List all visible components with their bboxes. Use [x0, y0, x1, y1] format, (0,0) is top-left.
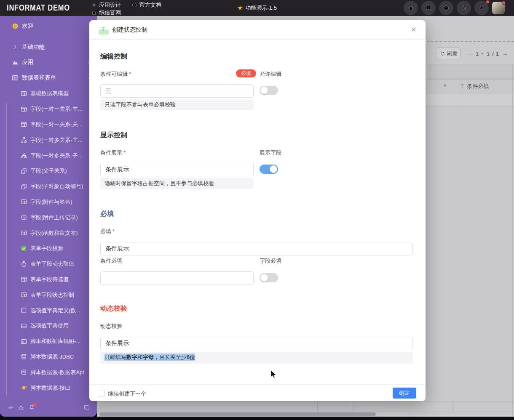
sidebar-subitem[interactable]: 脚本数据源-数据表Api [0, 364, 97, 380]
sidebar-subitem[interactable]: 选项值字典定义(数... [0, 303, 97, 318]
smiley-icon [11, 22, 19, 30]
field-label-dynamic-validation: 动态校验 [100, 322, 122, 330]
gear-icon [91, 2, 97, 8]
panel-icon [20, 322, 27, 330]
feedback-icon [425, 5, 432, 11]
condition-display-input[interactable] [100, 163, 254, 176]
sidebar-subitem-label: 字段(附件与签名) [30, 198, 88, 206]
workspace-switcher[interactable]: ★ 功能演示-1.5 [237, 0, 277, 16]
workspace-title: 功能演示-1.5 [246, 4, 277, 12]
toggle-label-show-field: 展示字段 [260, 149, 281, 157]
dialog-body: 编辑控制 条件可编辑* 必填 允许编辑 只读字段不参与表单必填校验 显示控制 条… [89, 40, 426, 384]
assistant-button[interactable] [457, 1, 471, 15]
mountain-icon [11, 58, 19, 66]
confirm-button[interactable]: 确定 [393, 388, 416, 399]
sidebar-subitem[interactable]: 字段(一对多关系-子... [0, 148, 97, 163]
sidebar-subitem[interactable]: 表单字段待选值 [0, 272, 97, 287]
avatar[interactable] [492, 2, 505, 14]
sidebar-item-apps[interactable]: 应用 [0, 55, 97, 69]
notifications-button[interactable] [474, 1, 489, 15]
sidebar-subitem[interactable]: 脚本数据源-接口 [0, 380, 97, 396]
table-icon [20, 198, 27, 205]
sidebar-subitem-label: 表单字段待选值 [30, 276, 88, 283]
saturn-icon [20, 384, 27, 391]
dynamic-validation-input[interactable] [100, 337, 413, 350]
sidebar-subitem[interactable]: 字段(附件上传记录) [0, 210, 97, 225]
text-type-icon: T [99, 25, 109, 35]
menu-icon[interactable] [8, 404, 14, 411]
refresh-button[interactable]: 刷新 [437, 48, 460, 59]
table-icon [20, 276, 27, 283]
nav-official-site[interactable]: 织信官网 [91, 9, 121, 16]
next-page-arrow[interactable]: → [502, 48, 508, 59]
copy-icon [20, 183, 27, 190]
dialog-title: 创建状态控制 [112, 26, 147, 34]
help-icon [443, 5, 450, 11]
sidebar-item-label: 应用 [22, 58, 33, 66]
table-icon [20, 121, 27, 128]
field-required-toggle[interactable] [260, 273, 278, 282]
collapse-sidebar-icon[interactable] [83, 404, 90, 411]
sidebar-subitem[interactable]: 选项值字典使用 [0, 318, 97, 334]
help-text-dynamic: 只能填写数字和字母，且长度至少6位 [100, 352, 413, 364]
sidebar-submenu: 基础数据表模型 字段(一对一关系-主... 字段(一对一关系-关... 字段(一… [0, 86, 97, 411]
required-badge: 必填 [236, 69, 256, 77]
star-icon: ★ [237, 4, 243, 12]
nav-label: 织信官网 [99, 9, 121, 16]
sidebar-subitem-label: 表单字段状态控制 [30, 291, 88, 299]
sidebar-subitem[interactable]: 字段(子对象自动编号) [0, 179, 97, 194]
help-text-readonly: 只读字段不参与表单必填校验 [100, 99, 254, 110]
sidebar-subitem[interactable]: 字段(一对多关系-主... [0, 132, 97, 148]
sidebar-subitem[interactable]: 表单字段校验 [0, 241, 97, 256]
close-icon[interactable]: × [411, 24, 416, 35]
sidebar-subitem[interactable]: 字段(一对一关系-主... [0, 101, 97, 117]
sidebar-subitem[interactable]: 脚本数据源-JDBC [0, 349, 97, 365]
condition-required-input[interactable] [100, 271, 254, 285]
column-dropdown-caret[interactable]: ▾ [444, 82, 446, 88]
continue-create-label: 继续创建下一个 [108, 390, 146, 398]
sidebar-subitem[interactable]: 基础数据表模型 [0, 86, 97, 101]
sidebar-item-basic-features[interactable]: 基础功能 [0, 40, 97, 54]
bell-icon [478, 5, 485, 11]
sidebar-subitem[interactable]: 表单字段状态控制 [0, 287, 97, 303]
nav-app-design[interactable]: 应用设计 [91, 1, 121, 9]
triangle-icon[interactable] [18, 404, 24, 411]
horizontal-scrollbar[interactable] [99, 412, 376, 416]
sidebar-subitem-label: 字段(子对象自动编号) [30, 183, 88, 190]
robot-icon [460, 5, 467, 11]
required-asterisk: * [112, 228, 115, 234]
sidebar-item-label: 欢迎 [22, 22, 33, 30]
sidebar-subitem[interactable]: 字段(附件与签名) [0, 194, 97, 210]
toggle-label-field-required: 字段必填 [260, 257, 281, 265]
home-button[interactable] [404, 1, 418, 15]
sidebar-subitem-label: 字段(函数和富文本) [30, 229, 88, 237]
show-field-toggle[interactable] [260, 165, 278, 174]
column-header-condition-required[interactable]: ⊤ 条件必填 [460, 82, 489, 90]
feedback-button[interactable] [421, 1, 436, 15]
allow-edit-toggle[interactable] [260, 86, 278, 95]
sidebar-subitem[interactable]: 表单字段动态取值 [0, 256, 97, 272]
prev-page-arrow[interactable]: ← [467, 48, 472, 59]
sidebar-subitem[interactable]: 脚本和数据库视图-... [0, 334, 97, 349]
sidebar-footer [0, 398, 97, 417]
nav-official-docs[interactable]: 官方文档 [131, 1, 161, 9]
required-asterisk: * [123, 149, 126, 156]
sidebar-subitem[interactable]: 字段(父子关系) [0, 163, 97, 179]
check-icon [20, 245, 27, 252]
sidebar-subitem-label: 选项值字典使用 [30, 322, 88, 330]
help-button[interactable] [439, 1, 453, 15]
header-actions [404, 1, 505, 15]
table-icon [20, 106, 27, 113]
continue-create-checkbox[interactable] [98, 390, 104, 396]
tree-icon [20, 152, 27, 159]
sidebar-subitem-label: 脚本数据源-接口 [30, 384, 88, 392]
sidebar-item-tables-forms[interactable]: 数据表和表单 [0, 71, 97, 85]
condition-editable-input[interactable] [100, 84, 254, 98]
required-input[interactable] [100, 242, 413, 255]
sidebar-subitem[interactable]: 字段(函数和富文本) [0, 225, 97, 241]
sidebar-item-welcome[interactable]: 欢迎 [0, 19, 97, 33]
filter-icon: ⊤ [460, 83, 464, 89]
clock-icon [20, 214, 27, 221]
nav-label: 应用设计 [99, 1, 121, 9]
sidebar-subitem[interactable]: 字段(一对一关系-关... [0, 117, 97, 133]
